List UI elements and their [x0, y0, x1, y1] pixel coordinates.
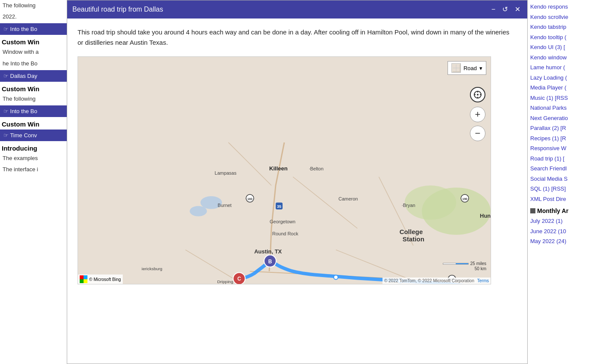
svg-text:College: College: [399, 228, 423, 235]
right-link-item[interactable]: Search Friendl: [528, 163, 597, 174]
svg-text:Killeen: Killeen: [269, 165, 288, 172]
svg-rect-90: [84, 279, 87, 283]
dallas-day-btn[interactable]: ☞ Dallas Day: [0, 70, 67, 82]
svg-text:Cameron: Cameron: [339, 196, 358, 201]
into-bo-btn-2[interactable]: ☞ Into the Bo: [0, 105, 67, 117]
right-link-item[interactable]: Lame humor (: [528, 62, 597, 73]
right-link-item[interactable]: Parallax (2) [R: [528, 123, 597, 133]
road-map-icon: [451, 63, 461, 73]
svg-text:Dripping: Dripping: [217, 279, 233, 284]
right-link-item[interactable]: Kendo tabstrip: [528, 22, 597, 32]
dialog-window: Beautiful road trip from Dallas − ↺ ✕ Th…: [67, 0, 528, 364]
svg-text:183: 183: [247, 197, 252, 201]
right-link-item[interactable]: Kendo respons: [528, 2, 597, 12]
svg-text:Lampasas: Lampasas: [215, 170, 236, 176]
svg-text:iericksburg: iericksburg: [142, 266, 162, 271]
right-link-item[interactable]: Responsive W: [528, 143, 597, 154]
monthly-links-list: July 2022 (1)June 2022 (10May 2022 (24): [528, 216, 597, 247]
refresh-button[interactable]: ↺: [501, 5, 510, 14]
right-link-item[interactable]: Music (1) [RSS: [528, 93, 597, 103]
locate-button[interactable]: [470, 87, 485, 102]
introducing: Introducing: [0, 142, 67, 153]
custom-win-3: Custom Win: [0, 118, 67, 129]
svg-text:C: C: [237, 276, 241, 282]
dialog-titlebar: Beautiful road trip from Dallas − ↺ ✕: [67, 0, 527, 19]
zoom-in-button[interactable]: +: [470, 107, 485, 122]
road-dropdown-icon: ▾: [479, 65, 482, 71]
road-label: Road: [463, 65, 477, 71]
svg-text:Station: Station: [402, 235, 424, 243]
svg-point-34: [334, 275, 338, 279]
terms-link[interactable]: Terms: [477, 278, 489, 283]
right-link-item[interactable]: SQL (1) [RSS]: [528, 184, 597, 194]
zoom-out-button[interactable]: −: [470, 126, 485, 141]
into-bo-btn-1[interactable]: ☞ Into the Bo: [0, 23, 67, 35]
into-text: he Into the Bo: [0, 58, 67, 69]
svg-text:35: 35: [277, 204, 281, 209]
right-link-item[interactable]: Next Generatio: [528, 113, 597, 123]
right-link-item[interactable]: National Parks: [528, 103, 597, 113]
svg-rect-88: [84, 275, 87, 279]
examples-text: The examples: [0, 153, 67, 164]
right-sidebar: Kendo responsKendo scrollvieKendo tabstr…: [528, 0, 597, 364]
map-scale: 25 miles 50 km: [443, 261, 486, 271]
monthly-link-item[interactable]: May 2022 (24): [528, 236, 597, 247]
bing-logo-area: © Microsoft Bing: [78, 275, 123, 284]
svg-text:Burnet: Burnet: [218, 203, 231, 208]
svg-text:Huntsville: Huntsville: [480, 213, 491, 219]
svg-text:B: B: [268, 259, 272, 265]
dialog-title: Beautiful road trip from Dallas: [72, 6, 163, 13]
intro-text: The following: [0, 0, 67, 11]
right-link-item[interactable]: Kendo scrollvie: [528, 12, 597, 22]
dialog-content: This road trip should take you around 4 …: [67, 19, 527, 364]
svg-text:Austin, TX: Austin, TX: [254, 248, 282, 255]
map-container[interactable]: 35 45 10 87 183 190 290: [78, 56, 491, 284]
right-link-item[interactable]: XML Post Dire: [528, 194, 597, 204]
left-sidebar: The following 2022. ☞ Into the Bo Custom…: [0, 0, 67, 364]
close-button[interactable]: ✕: [513, 5, 522, 14]
window-text: Window with a: [0, 46, 67, 58]
svg-point-4: [190, 206, 207, 216]
custom-win-1: Custom Win: [0, 36, 67, 46]
right-link-item[interactable]: Kendo tooltip (: [528, 32, 597, 43]
svg-text:190: 190: [462, 197, 467, 201]
svg-rect-87: [80, 275, 84, 279]
right-link-item[interactable]: Kendo window: [528, 52, 597, 63]
monthly-link-item[interactable]: July 2022 (1): [528, 216, 597, 226]
interface-text: The interface i: [0, 164, 67, 175]
right-link-item[interactable]: Recipes (1) [R: [528, 133, 597, 144]
monthly-heading: Monthly Ar: [528, 204, 597, 216]
svg-text:Georgetown: Georgetown: [270, 219, 295, 224]
right-link-item[interactable]: Road trip (1) [: [528, 154, 597, 164]
bing-text: © Microsoft Bing: [89, 277, 121, 282]
map-copyright: © 2022 TomTom, © 2022 Microsoft Corporat…: [382, 278, 491, 284]
svg-rect-89: [80, 279, 84, 283]
monthly-link-item[interactable]: June 2022 (10: [528, 226, 597, 237]
calendar-icon: [530, 208, 535, 213]
svg-text:·Bryan: ·Bryan: [401, 203, 415, 208]
time-conv-btn[interactable]: ☞ Time Conv: [0, 130, 67, 141]
right-link-item[interactable]: Kendo UI (3) [: [528, 42, 597, 52]
svg-text:Round Rock: Round Rock: [272, 231, 298, 236]
right-link-item[interactable]: Social Media S: [528, 174, 597, 184]
svg-point-82: [477, 94, 479, 96]
dialog-controls: − ↺ ✕: [490, 5, 522, 14]
right-link-item[interactable]: Lazy Loading (: [528, 73, 597, 83]
right-link-item[interactable]: Media Player (: [528, 83, 597, 93]
road-selector[interactable]: Road ▾: [448, 61, 486, 75]
minimize-button[interactable]: −: [490, 5, 497, 14]
right-links-list: Kendo responsKendo scrollvieKendo tabstr…: [528, 2, 597, 204]
custom-win-2: Custom Win: [0, 83, 67, 93]
year-text: 2022.: [0, 11, 67, 22]
following-text: The following: [0, 93, 67, 105]
dialog-description: This road trip should take you around 4 …: [78, 27, 517, 48]
svg-text:·Belton: ·Belton: [309, 166, 323, 171]
